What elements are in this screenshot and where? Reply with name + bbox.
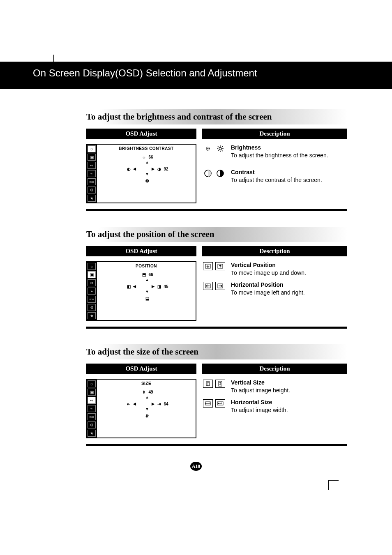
crop-mark-bottom-right bbox=[328, 480, 339, 490]
sun-icon: ☼ bbox=[141, 154, 147, 160]
desc-item-vsize: Vertical Size To adjust image height. bbox=[203, 379, 347, 394]
width-shrink-icon bbox=[203, 399, 213, 408]
content-row: ☼ ▣ ⇔ ⌁ RGB ⚙ ★ SIZE ⇕ 49 bbox=[86, 379, 347, 438]
osd-hpos-row: ◧ ◀ ▶ ◨ 45 bbox=[103, 283, 191, 289]
section-heading: To adjust the position of the screen bbox=[86, 227, 347, 242]
col-osd-adjust: OSD Adjust bbox=[86, 364, 196, 374]
item-title: Vertical Size bbox=[231, 379, 347, 387]
sidebar-position-icon: ▣ bbox=[88, 154, 96, 161]
sidebar-setup-icon: ⚙ bbox=[88, 421, 96, 428]
section-size: To adjust the size of the screen OSD Adj… bbox=[49, 344, 343, 446]
arrow-up: ▲ bbox=[103, 160, 191, 164]
hsize-icon: ⇤ bbox=[126, 401, 131, 407]
sidebar-brightness-icon: ☼ bbox=[88, 263, 96, 270]
col-osd-adjust: OSD Adjust bbox=[86, 129, 196, 139]
section-position: To adjust the position of the screen OSD… bbox=[49, 227, 343, 329]
svg-line-9 bbox=[218, 150, 219, 151]
osd-bottom-icon: ⬓ bbox=[103, 295, 191, 301]
osd-panel: ☼ ▣ ⇔ ⌁ RGB ⚙ ★ POSITION ⬒ 66 bbox=[86, 261, 196, 321]
content-row: ☼ ▣ ⇔ ⌁ RGB ⚙ ★ BRIGHTNESS CONTRAST ☼ bbox=[86, 144, 347, 203]
contrast-icon: ◐ bbox=[126, 166, 131, 172]
sidebar-position-icon: ▣ bbox=[88, 271, 96, 278]
arrow-down-icon bbox=[203, 262, 213, 270]
osd-brightness-row: ☼ 66 bbox=[103, 154, 191, 160]
sidebar-position-icon: ▣ bbox=[88, 389, 96, 396]
height-shrink-icon bbox=[203, 380, 213, 388]
arrow-down: ▼ bbox=[103, 289, 191, 294]
sun-bright-icon bbox=[215, 145, 225, 153]
desc-text: Horizontal Position To move image left a… bbox=[231, 281, 347, 297]
desc-col: Vertical Size To adjust image height. bbox=[196, 379, 347, 438]
osd-body: ⬒ 66 ▲ ◧ ◀ ▶ ◨ 45 bbox=[97, 272, 196, 306]
osd-body: ⇕ 49 ▲ ⇤ ◀ ▶ ⇥ 64 bbox=[97, 389, 196, 424]
width-grow-icon bbox=[215, 399, 225, 408]
vsize-value: 49 bbox=[148, 390, 153, 394]
height-grow-icon bbox=[215, 380, 225, 388]
hsize-icon: ⇥ bbox=[156, 401, 162, 407]
item-body: To adjust the brightness of the screen. bbox=[231, 152, 347, 159]
col-gap bbox=[196, 246, 202, 256]
sun-dim-icon bbox=[203, 145, 213, 153]
desc-col: Brightness To adjust the brightness of t… bbox=[196, 144, 347, 203]
arrow-up: ▲ bbox=[103, 395, 191, 399]
item-body: To move image up and down. bbox=[231, 269, 347, 277]
page-number-wrap: A10 bbox=[49, 462, 343, 471]
osd-bottom-icon: ⇵ bbox=[103, 413, 191, 419]
sidebar-size-icon: ⇔ bbox=[88, 279, 96, 286]
desc-item-contrast: Contrast To adjust the contrast of the s… bbox=[203, 168, 347, 184]
sidebar-star-icon: ★ bbox=[88, 312, 96, 319]
item-title: Horizontal Size bbox=[231, 398, 347, 406]
hpos-value: 45 bbox=[164, 284, 168, 289]
svg-point-2 bbox=[219, 147, 221, 150]
desc-col: Vertical Position To move image up and d… bbox=[196, 261, 347, 321]
osd-main: SIZE ⇕ 49 ▲ ⇤ ◀ ▶ bbox=[97, 379, 196, 438]
svg-line-8 bbox=[222, 150, 223, 151]
arrow-left: ◀ bbox=[133, 285, 136, 288]
vsize-icon: ⇕ bbox=[141, 389, 147, 395]
osd-title: POSITION bbox=[97, 262, 196, 272]
svg-line-10 bbox=[222, 146, 223, 147]
sidebar-shape-icon: ⌁ bbox=[88, 288, 96, 295]
arrow-down: ▼ bbox=[103, 407, 191, 411]
arrow-right: ▶ bbox=[152, 285, 154, 288]
sidebar-star-icon: ★ bbox=[88, 430, 96, 437]
desc-item-hsize: Horizontal Size To adjust image width. bbox=[203, 398, 347, 414]
col-description: Description bbox=[202, 246, 347, 256]
section-divider bbox=[86, 444, 347, 446]
contrast-value: 92 bbox=[164, 167, 168, 171]
brightness-value: 66 bbox=[148, 155, 153, 159]
osd-panel-wrap: ☼ ▣ ⇔ ⌁ RGB ⚙ ★ SIZE ⇕ 49 bbox=[86, 379, 196, 438]
col-description: Description bbox=[202, 364, 347, 374]
sidebar-rgb-icon: RGB bbox=[88, 178, 96, 185]
sidebar-size-icon: ⇔ bbox=[88, 162, 96, 169]
osd-panel: ☼ ▣ ⇔ ⌁ RGB ⚙ ★ BRIGHTNESS CONTRAST ☼ bbox=[86, 144, 196, 203]
column-header-row: OSD Adjust Description bbox=[86, 129, 347, 139]
osd-contrast-row: ◐ ◀ ▶ ◑ 92 bbox=[103, 166, 191, 172]
crop-mark-top-left bbox=[53, 65, 64, 75]
item-title: Brightness bbox=[231, 144, 347, 152]
item-body: To adjust image width. bbox=[231, 406, 347, 414]
desc-icons bbox=[203, 379, 226, 394]
arrow-left: ◀ bbox=[133, 167, 136, 171]
desc-icons bbox=[203, 398, 226, 414]
arrow-right: ▶ bbox=[152, 167, 154, 171]
content-row: ☼ ▣ ⇔ ⌁ RGB ⚙ ★ POSITION ⬒ 66 bbox=[86, 261, 347, 321]
desc-text: Vertical Size To adjust image height. bbox=[231, 379, 347, 394]
osd-panel-wrap: ☼ ▣ ⇔ ⌁ RGB ⚙ ★ BRIGHTNESS CONTRAST ☼ bbox=[86, 144, 196, 203]
contrast-high-icon bbox=[215, 169, 225, 177]
svg-line-7 bbox=[218, 146, 219, 147]
section-brightness-contrast: To adjust the brightness and contrast of… bbox=[49, 109, 343, 211]
col-description: Description bbox=[202, 129, 347, 139]
desc-item-brightness: Brightness To adjust the brightness of t… bbox=[203, 144, 347, 159]
osd-sidebar: ☼ ▣ ⇔ ⌁ RGB ⚙ ★ bbox=[86, 379, 97, 438]
desc-item-vpos: Vertical Position To move image up and d… bbox=[203, 261, 347, 277]
sidebar-brightness-icon: ☼ bbox=[88, 380, 96, 387]
item-title: Horizontal Position bbox=[231, 281, 347, 289]
col-gap bbox=[196, 364, 202, 374]
column-header-row: OSD Adjust Description bbox=[86, 246, 347, 256]
section-divider bbox=[86, 209, 347, 211]
desc-text: Brightness To adjust the brightness of t… bbox=[231, 144, 347, 159]
osd-main: POSITION ⬒ 66 ▲ ◧ ◀ ▶ bbox=[97, 261, 196, 321]
arrow-left: ◀ bbox=[133, 402, 136, 406]
vpos-value: 66 bbox=[148, 272, 153, 277]
